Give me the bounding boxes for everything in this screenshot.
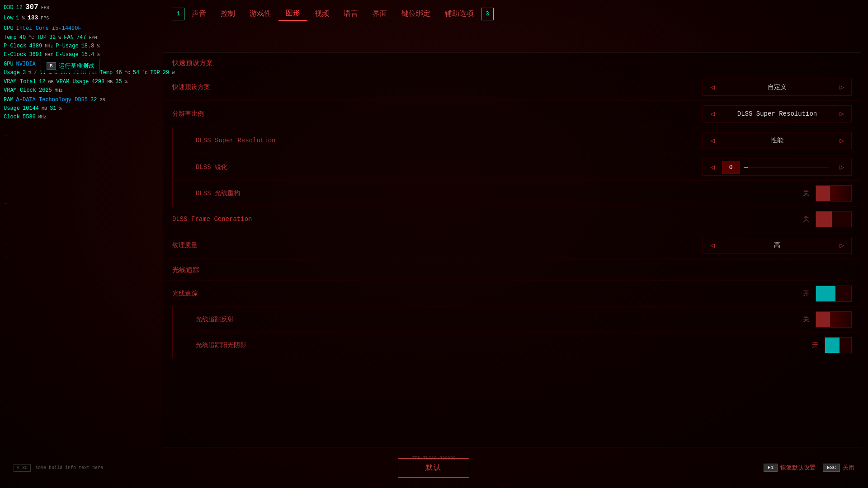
dlss-sharpen-value: 0 — [722, 161, 740, 174]
tab-sound[interactable]: 声音 — [184, 7, 213, 20]
resolution-arrow-right[interactable]: ▷ — [832, 106, 851, 122]
tab-gameplay[interactable]: 游戏性 — [242, 7, 278, 20]
texture-quality-arrow-right[interactable]: ▷ — [832, 237, 851, 253]
d3d-value: 12 — [16, 4, 23, 12]
vram-usage-label: VRAM Usage — [56, 78, 89, 86]
ray-tracing-toggle[interactable] — [816, 286, 852, 302]
restore-defaults-action[interactable]: F1 恢复默认设置 — [764, 464, 816, 472]
preset-selector[interactable]: ◁ 自定义 ▷ — [703, 79, 852, 96]
vram-total: 12 — [39, 78, 45, 86]
texture-quality-label: 纹理质量 — [172, 241, 198, 249]
vram-usage-pct: 35 — [115, 78, 122, 86]
tab-video[interactable]: 视频 — [307, 7, 336, 20]
ray-sun-shadow-label: 光线追踪阳光阴影 — [196, 341, 246, 349]
ray-sun-shadow-row: 光线追踪阳光阴影 开 — [172, 333, 861, 358]
close-label: 关闭 — [843, 464, 854, 472]
tab-language[interactable]: 语言 — [336, 7, 365, 20]
dlss-sr-row: DLSS Super Resolution ◁ 性能 ▷ — [172, 127, 861, 154]
dlss-sr-label: DLSS Super Resolution — [196, 137, 275, 144]
version-num: 85 — [22, 465, 28, 470]
dlss-frame-gen-toggle-control: 关 — [803, 211, 852, 227]
tab-keybind[interactable]: 键位绑定 — [394, 7, 438, 20]
ray-sun-shadow-state: 开 — [812, 341, 821, 349]
gpu-label: GPU — [4, 60, 14, 69]
pusage-value: 18.8 — [81, 42, 94, 51]
ram-usage-label: Usage — [4, 104, 20, 113]
ram-size: 32 — [90, 96, 97, 104]
dlss-ray-recon-row: DLSS 光线重构 关 — [172, 181, 861, 206]
vram-clock: 2625 — [39, 86, 52, 95]
bottom-center: 默认 — [398, 458, 469, 478]
slider-track-container[interactable] — [740, 159, 833, 175]
gpu-temp2: 54 — [133, 69, 139, 77]
eclock-value: 3691 — [29, 51, 42, 59]
dlss-sr-selector[interactable]: ◁ 性能 ▷ — [703, 132, 852, 149]
texture-quality-selector[interactable]: ◁ 高 ▷ — [703, 237, 852, 254]
dlss-sr-value: 性能 — [722, 133, 833, 148]
benchmark-key: B — [47, 62, 56, 70]
ray-reflection-toggle-control: 关 — [803, 311, 852, 328]
dlss-sr-arrow-right[interactable]: ▷ — [832, 132, 851, 149]
gpu-tdp-label: TDP — [150, 69, 160, 77]
settings-container: 快速预设方案 快速预设方案 ◁ 自定义 ▷ 分辨率比例 ◁ DLSS Super… — [163, 52, 861, 447]
benchmark-tooltip: B 运行基准测试 — [41, 59, 100, 73]
preset-value: 自定义 — [722, 80, 833, 95]
dlss-sharpen-arrow-left[interactable]: ◁ — [703, 159, 722, 175]
tab-control[interactable]: 控制 — [213, 7, 242, 20]
tab-interface[interactable]: 界面 — [365, 7, 394, 20]
ram-clock-label: Clock — [4, 113, 20, 122]
ray-sun-shadow-toggle[interactable] — [825, 337, 852, 353]
vram-usage: 4298 — [91, 78, 104, 86]
tdp-unit: W — [58, 34, 61, 42]
eclock-label: E-Clock — [4, 51, 26, 59]
gpu-name: NVIDIA — [16, 60, 36, 69]
texture-quality-value: 高 — [722, 238, 833, 253]
eusage-unit: % — [97, 52, 99, 59]
tdp-value: 32 — [49, 33, 56, 42]
gpu-temp: 46 — [115, 69, 122, 77]
version-box: V 85 — [14, 464, 31, 472]
texture-quality-arrow-left[interactable]: ◁ — [703, 237, 722, 253]
slider-track — [744, 167, 829, 168]
ram-usage-pct: 31 — [50, 104, 56, 113]
tab-graphics[interactable]: 图形 — [278, 7, 307, 21]
dlss-ray-recon-toggle[interactable] — [816, 185, 852, 202]
dlss-frame-gen-state: 关 — [803, 215, 812, 223]
preset-arrow-left[interactable]: ◁ — [703, 79, 722, 95]
nav-number-right[interactable]: 3 — [481, 8, 494, 20]
dlss-sharpen-slider[interactable]: ◁ 0 ▷ — [703, 159, 852, 176]
ray-reflection-row: 光线追踪反射 关 — [172, 307, 861, 333]
tab-assist[interactable]: 辅助选项 — [438, 7, 481, 20]
low-unit: % — [22, 15, 25, 22]
pclock-value: 4389 — [29, 42, 42, 51]
dlss-sharpen-label: DLSS 锐化 — [196, 163, 227, 171]
dlss-frame-gen-label: DLSS Frame Generation — [172, 216, 252, 223]
bottom-right: F1 恢复默认设置 ESC 关闭 — [764, 464, 854, 472]
gpu-tdp: 29 — [163, 69, 169, 77]
eusage-value: 15.4 — [81, 51, 94, 59]
bottom-bar: V 85 some build info text here 默认 F1 恢复默… — [0, 447, 868, 488]
nav-number-left[interactable]: 1 — [172, 8, 184, 20]
default-button[interactable]: 默认 — [398, 458, 469, 478]
d3d-label: D3D — [4, 4, 14, 12]
preset-arrow-right[interactable]: ▷ — [832, 79, 851, 95]
benchmark-text: 运行基准测试 — [59, 62, 94, 70]
close-action[interactable]: ESC 关闭 — [823, 464, 854, 472]
low-fps-label: FPS — [41, 15, 49, 22]
eclock-unit: MHz — [45, 52, 53, 59]
dlss-sr-arrow-left[interactable]: ◁ — [703, 132, 722, 149]
dlss-frame-gen-toggle[interactable] — [816, 211, 852, 227]
ram-usage: 10144 — [23, 104, 39, 113]
preset-row: 快速预设方案 ◁ 自定义 ▷ — [163, 74, 861, 101]
vram-clock-label: VRAM Clock — [4, 86, 36, 95]
fan-label: FAN — [64, 33, 74, 42]
eusage-label: E-Usage — [56, 51, 78, 59]
dlss-sharpen-arrow-right[interactable]: ▷ — [832, 159, 851, 175]
pclock-unit: MHz — [45, 43, 53, 50]
fan-value: 747 — [76, 33, 86, 42]
ray-reflection-toggle[interactable] — [816, 311, 852, 328]
resolution-row: 分辨率比例 ◁ DLSS Super Resolution ▷ — [163, 101, 861, 127]
pusage-label: P-Usage — [56, 42, 78, 51]
resolution-arrow-left[interactable]: ◁ — [703, 106, 722, 122]
resolution-selector[interactable]: ◁ DLSS Super Resolution ▷ — [703, 105, 852, 122]
